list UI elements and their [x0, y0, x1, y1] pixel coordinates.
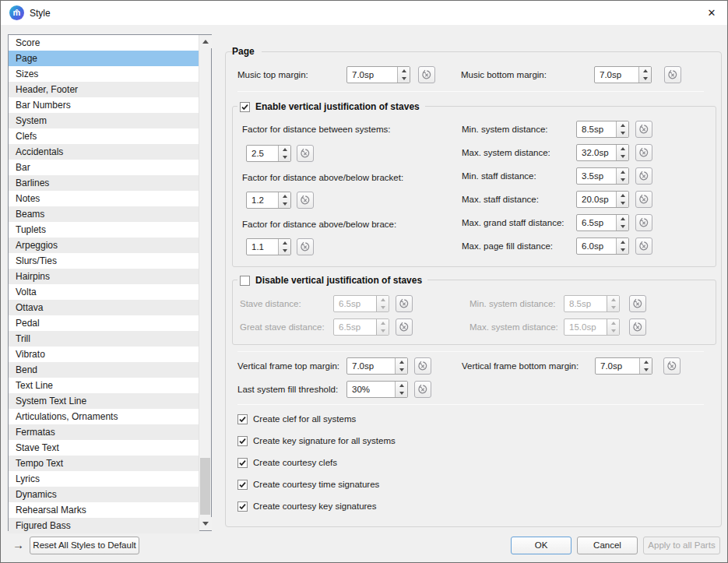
- stave-distance-reset-button[interactable]: [396, 295, 413, 312]
- factor-bracket-spinbox[interactable]: 1.2: [246, 192, 291, 209]
- factor-bracket-spinbox-down-icon[interactable]: [279, 200, 290, 208]
- disable-vertical-justification-checkbox[interactable]: Disable vertical justification of staves: [237, 273, 427, 288]
- sidebar-item-clefs[interactable]: Clefs: [9, 128, 199, 144]
- music-bottom-margin-reset-button[interactable]: [664, 66, 681, 83]
- max-system-distance-spinbox[interactable]: 32.0sp: [576, 144, 629, 161]
- factor-between-systems-spinbox[interactable]: 2.5: [246, 145, 291, 162]
- min-staff-distance-spinbox-up-icon[interactable]: [617, 168, 628, 176]
- vframe-bottom-margin-spinbox[interactable]: 7.0sp: [595, 357, 652, 375]
- create-option-create-courtesy-key-signatures[interactable]: Create courtesy key signatures: [237, 501, 377, 512]
- min-system-distance-spinbox-arrows[interactable]: [616, 121, 628, 137]
- sidebar-item-bar[interactable]: Bar: [9, 160, 199, 175]
- max-system-distance-spinbox-down-icon[interactable]: [617, 153, 628, 160]
- cancel-button[interactable]: Cancel: [577, 537, 638, 554]
- min-staff-distance-spinbox-down-icon[interactable]: [617, 176, 628, 184]
- min-system-distance-spinbox[interactable]: 8.5sp: [576, 121, 629, 138]
- max-system-distance-spinbox-up-icon[interactable]: [617, 145, 628, 153]
- sidebar-item-beams[interactable]: Beams: [9, 206, 199, 222]
- music-top-margin-spinbox-value[interactable]: 7.0sp: [347, 67, 397, 83]
- factor-bracket-reset-button[interactable]: [297, 192, 314, 209]
- min-staff-distance-spinbox[interactable]: 3.5sp: [576, 167, 629, 185]
- factor-brace-reset-button[interactable]: [297, 238, 314, 255]
- last-system-fill-spinbox-value[interactable]: 30%: [347, 382, 395, 397]
- sidebar-item-page[interactable]: Page: [9, 51, 199, 66]
- max-grand-staff-distance-reset-button[interactable]: [635, 214, 652, 231]
- max-staff-distance-spinbox-down-icon[interactable]: [617, 199, 628, 207]
- vframe-top-margin-reset-button[interactable]: [414, 357, 431, 375]
- create-option-checkbox[interactable]: [237, 480, 248, 490]
- sidebar-item-articulations-ornaments[interactable]: Articulations, Ornaments: [9, 409, 199, 424]
- vframe-top-margin-spinbox[interactable]: 7.0sp: [346, 357, 408, 375]
- max-page-fill-distance-reset-button[interactable]: [635, 238, 652, 255]
- reset-all-styles-button[interactable]: Reset All Styles to Default: [30, 537, 139, 554]
- min-system-distance-spinbox-down-icon[interactable]: [617, 129, 628, 137]
- create-option-checkbox[interactable]: [237, 501, 248, 512]
- sidebar-item-trill[interactable]: Trill: [9, 331, 199, 347]
- min-system-distance-spinbox-up-icon[interactable]: [617, 121, 628, 129]
- vframe-bottom-margin-reset-button[interactable]: [663, 357, 681, 375]
- sidebar-item-barlines[interactable]: Barlines: [9, 175, 199, 191]
- create-option-create-courtesy-clefs[interactable]: Create courtesy clefs: [237, 457, 337, 468]
- enable-vertical-justification-checkbox[interactable]: Enable vertical justification of staves: [237, 99, 425, 114]
- factor-brace-spinbox-arrows[interactable]: [278, 239, 290, 255]
- create-option-checkbox[interactable]: [237, 436, 248, 446]
- sidebar-item-stave-text[interactable]: Stave Text: [9, 440, 199, 456]
- vframe-bottom-margin-spinbox-down-icon[interactable]: [640, 366, 652, 374]
- disable-vertical-justification-checkbox-box[interactable]: [240, 276, 250, 286]
- last-system-fill-spinbox-down-icon[interactable]: [396, 389, 407, 397]
- factor-brace-spinbox-down-icon[interactable]: [279, 247, 290, 255]
- min-system-distance-spinbox-value[interactable]: 8.5sp: [577, 121, 616, 137]
- factor-brace-spinbox-value[interactable]: 1.1: [247, 239, 278, 255]
- sidebar-item-arpeggios[interactable]: Arpeggios: [9, 238, 199, 253]
- sidebar-item-volta[interactable]: Volta: [9, 284, 199, 300]
- max-grand-staff-distance-spinbox-arrows[interactable]: [616, 215, 628, 230]
- vframe-top-margin-spinbox-value[interactable]: 7.0sp: [347, 358, 395, 374]
- sidebar-item-system[interactable]: System: [9, 113, 199, 128]
- enable-vertical-justification-checkbox-box[interactable]: [240, 102, 250, 112]
- music-bottom-margin-spinbox[interactable]: 7.0sp: [594, 66, 652, 83]
- max-page-fill-distance-spinbox[interactable]: 6.0sp: [576, 238, 629, 255]
- max-grand-staff-distance-spinbox[interactable]: 6.5sp: [576, 214, 629, 231]
- disable-max-system-distance-reset-button[interactable]: [629, 318, 646, 336]
- factor-brace-spinbox-up-icon[interactable]: [279, 239, 290, 247]
- close-icon[interactable]: ✕: [696, 1, 727, 25]
- vframe-top-margin-spinbox-arrows[interactable]: [395, 358, 407, 374]
- factor-bracket-spinbox-value[interactable]: 1.2: [247, 192, 278, 208]
- factor-between-systems-reset-button[interactable]: [297, 145, 314, 162]
- last-system-fill-reset-button[interactable]: [414, 381, 431, 398]
- create-option-create-key-signature-for-all-systems[interactable]: Create key signature for all systems: [237, 435, 396, 446]
- factor-brace-spinbox[interactable]: 1.1: [246, 238, 291, 255]
- max-staff-distance-spinbox[interactable]: 20.0sp: [576, 191, 629, 208]
- music-top-margin-spinbox-arrows[interactable]: [397, 67, 410, 83]
- max-staff-distance-reset-button[interactable]: [635, 191, 652, 208]
- sidebar-item-bend[interactable]: Bend: [9, 362, 199, 378]
- sidebar-item-bar-numbers[interactable]: Bar Numbers: [9, 97, 199, 113]
- vframe-bottom-margin-spinbox-arrows[interactable]: [639, 358, 652, 374]
- sidebar-item-tempo-text[interactable]: Tempo Text: [9, 456, 199, 471]
- great-stave-distance-reset-button[interactable]: [396, 318, 413, 336]
- list-scrollbar[interactable]: [199, 35, 211, 530]
- last-system-fill-spinbox[interactable]: 30%: [346, 381, 408, 398]
- create-option-create-clef-for-all-systems[interactable]: Create clef for all systems: [237, 413, 356, 424]
- sidebar-item-accidentals[interactable]: Accidentals: [9, 144, 199, 160]
- music-bottom-margin-spinbox-up-icon[interactable]: [639, 67, 651, 75]
- scroll-down-icon[interactable]: [199, 517, 212, 530]
- max-system-distance-reset-button[interactable]: [635, 144, 652, 161]
- sidebar-item-tuplets[interactable]: Tuplets: [9, 222, 199, 238]
- factor-between-systems-spinbox-up-icon[interactable]: [279, 146, 290, 153]
- min-staff-distance-reset-button[interactable]: [635, 167, 652, 185]
- last-system-fill-spinbox-up-icon[interactable]: [396, 382, 407, 389]
- sidebar-item-score[interactable]: Score: [9, 35, 199, 51]
- music-top-margin-spinbox[interactable]: 7.0sp: [346, 66, 410, 83]
- vframe-top-margin-spinbox-down-icon[interactable]: [396, 366, 407, 374]
- max-grand-staff-distance-spinbox-up-icon[interactable]: [617, 215, 628, 223]
- sidebar-item-pedal[interactable]: Pedal: [9, 315, 199, 331]
- create-option-checkbox[interactable]: [237, 414, 248, 424]
- max-staff-distance-spinbox-value[interactable]: 20.0sp: [577, 192, 616, 207]
- factor-between-systems-spinbox-value[interactable]: 2.5: [247, 146, 278, 161]
- min-system-distance-reset-button[interactable]: [635, 121, 652, 138]
- factor-between-systems-spinbox-arrows[interactable]: [278, 146, 290, 161]
- sidebar-item-system-text-line[interactable]: System Text Line: [9, 393, 199, 409]
- max-system-distance-spinbox-arrows[interactable]: [616, 145, 628, 160]
- max-page-fill-distance-spinbox-arrows[interactable]: [616, 238, 628, 254]
